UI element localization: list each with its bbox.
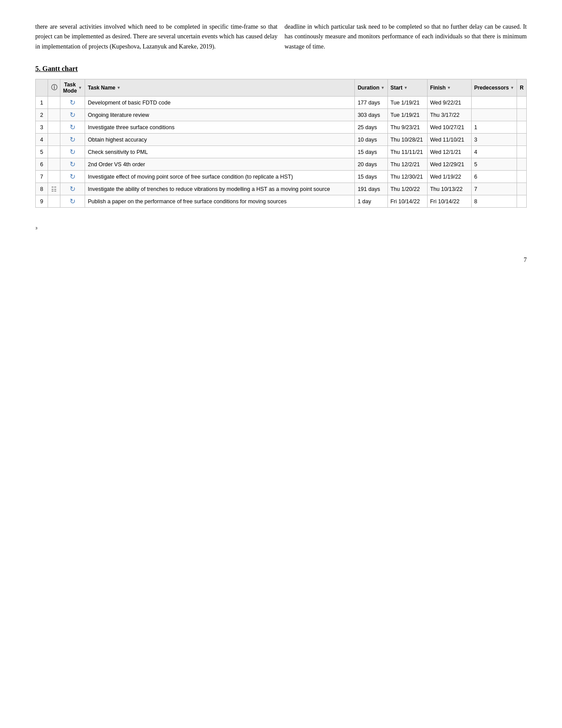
cell-start: Fri 10/14/22 xyxy=(387,195,427,208)
table-row: 8☷↻Investigate the ability of trenches t… xyxy=(36,183,527,195)
task-mode-icon: ↻ xyxy=(70,99,75,106)
th-start-sort-icon: ▼ xyxy=(404,86,408,90)
cell-taskname: Investigate the ability of trenches to r… xyxy=(85,183,355,195)
info-icon: ⓘ xyxy=(51,84,57,91)
th-pred[interactable]: Predecessors ▼ xyxy=(471,79,517,97)
cell-start: Thu 11/11/21 xyxy=(387,146,427,158)
cell-info xyxy=(48,121,60,134)
cell-start: Tue 1/19/21 xyxy=(387,97,427,109)
cell-start: Thu 12/30/21 xyxy=(387,171,427,183)
cell-info xyxy=(48,195,60,208)
task-mode-icon: ↻ xyxy=(70,148,75,156)
table-row: 7↻Investigate effect of moving point sor… xyxy=(36,171,527,183)
th-start-label: Start xyxy=(391,85,402,91)
th-finish[interactable]: Finish ▼ xyxy=(427,79,471,97)
cell-pred: 5 xyxy=(471,158,517,171)
cell-taskname: Obtain highest accuracy xyxy=(85,134,355,146)
cell-mode: ↻ xyxy=(60,121,85,134)
cell-info xyxy=(48,171,60,183)
th-r: R xyxy=(517,79,527,97)
th-mode-sort-icon: ▼ xyxy=(78,86,82,90)
th-mode[interactable]: TaskMode ▼ xyxy=(60,79,85,97)
cell-info xyxy=(48,97,60,109)
cell-duration: 303 days xyxy=(355,109,387,121)
cell-finish: Wed 1/19/22 xyxy=(427,171,471,183)
task-mode-icon: ↻ xyxy=(70,123,75,131)
cell-r xyxy=(517,109,527,121)
cell-finish: Wed 11/10/21 xyxy=(427,134,471,146)
cell-mode: ↻ xyxy=(60,109,85,121)
cell-finish: Wed 12/1/21 xyxy=(427,146,471,158)
th-info: ⓘ xyxy=(48,79,60,97)
th-duration[interactable]: Duration ▼ xyxy=(355,79,387,97)
cell-info xyxy=(48,134,60,146)
cell-num: 6 xyxy=(36,158,48,171)
table-row: 6↻2nd Order VS 4th order20 daysThu 12/2/… xyxy=(36,158,527,171)
th-duration-label: Duration xyxy=(357,85,379,91)
table-row: 2↻Ongoing literature review303 daysTue 1… xyxy=(36,109,527,121)
task-mode-icon: ↻ xyxy=(70,136,75,143)
cell-pred: 8 xyxy=(471,195,517,208)
text-col-left: there are several activities involved wh… xyxy=(35,22,281,52)
th-mode-label: TaskMode xyxy=(63,82,77,94)
th-pred-sort-icon: ▼ xyxy=(510,86,514,90)
task-mode-icon: ↻ xyxy=(70,161,75,168)
th-taskname-label: Task Name xyxy=(88,85,115,91)
cell-mode: ↻ xyxy=(60,171,85,183)
cell-duration: 1 day xyxy=(355,195,387,208)
cell-num: 9 xyxy=(36,195,48,208)
cell-pred: 3 xyxy=(471,134,517,146)
th-r-label: R xyxy=(520,85,524,91)
cell-r xyxy=(517,121,527,134)
cell-num: 2 xyxy=(36,109,48,121)
th-finish-label: Finish xyxy=(430,85,446,91)
table-row: 5↻Check sensitivity to PML15 daysThu 11/… xyxy=(36,146,527,158)
cell-r xyxy=(517,146,527,158)
cell-r xyxy=(517,134,527,146)
cell-r xyxy=(517,97,527,109)
cell-taskname: Ongoing literature review xyxy=(85,109,355,121)
cell-pred: 1 xyxy=(471,121,517,134)
text-col-right: deadline in which particular task need t… xyxy=(281,22,527,52)
th-start[interactable]: Start ▼ xyxy=(387,79,427,97)
task-mode-icon: ↻ xyxy=(70,198,75,205)
cell-pred xyxy=(471,109,517,121)
cell-start: Thu 1/20/22 xyxy=(387,183,427,195)
cell-start: Tue 1/19/21 xyxy=(387,109,427,121)
page-number: 7 xyxy=(35,257,527,264)
cell-duration: 177 days xyxy=(355,97,387,109)
cell-mode: ↻ xyxy=(60,158,85,171)
cell-pred xyxy=(471,97,517,109)
task-mode-icon: ↻ xyxy=(70,185,75,193)
table-row: 4↻Obtain highest accuracy10 daysThu 10/2… xyxy=(36,134,527,146)
table-row: 1↻Development of basic FDTD code177 days… xyxy=(36,97,527,109)
task-mode-icon: ↻ xyxy=(70,111,75,119)
section-heading: 5. Gantt chart xyxy=(35,65,527,73)
cell-finish: Wed 9/22/21 xyxy=(427,97,471,109)
cell-start: Thu 9/23/21 xyxy=(387,121,427,134)
cell-pred: 7 xyxy=(471,183,517,195)
cell-taskname: Investigate three surface conditions xyxy=(85,121,355,134)
cell-mode: ↻ xyxy=(60,195,85,208)
cell-duration: 15 days xyxy=(355,146,387,158)
cell-start: Thu 10/28/21 xyxy=(387,134,427,146)
cell-mode: ↻ xyxy=(60,183,85,195)
th-finish-sort-icon: ▼ xyxy=(447,86,451,90)
cell-num: 3 xyxy=(36,121,48,134)
th-taskname[interactable]: Task Name ▼ xyxy=(85,79,355,97)
th-num xyxy=(36,79,48,97)
page-dot: ɜ xyxy=(35,225,527,230)
gantt-table: ⓘ TaskMode ▼ Task Name ▼ Duration ▼ xyxy=(35,79,527,208)
cell-info xyxy=(48,146,60,158)
table-row: 9↻Publish a paper on the performance of … xyxy=(36,195,527,208)
cell-r xyxy=(517,195,527,208)
cell-info xyxy=(48,158,60,171)
summary-icon: ☷ xyxy=(51,186,57,193)
cell-num: 1 xyxy=(36,97,48,109)
table-header-row: ⓘ TaskMode ▼ Task Name ▼ Duration ▼ xyxy=(36,79,527,97)
cell-pred: 4 xyxy=(471,146,517,158)
th-duration-sort-icon: ▼ xyxy=(381,86,385,90)
cell-r xyxy=(517,158,527,171)
cell-finish: Fri 10/14/22 xyxy=(427,195,471,208)
cell-duration: 10 days xyxy=(355,134,387,146)
